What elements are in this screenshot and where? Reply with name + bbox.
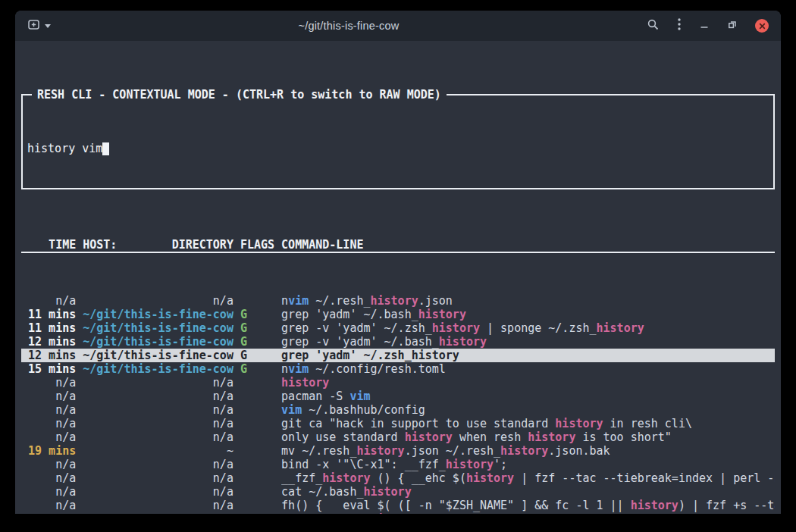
row-flags bbox=[240, 471, 274, 485]
search-match-history: history bbox=[631, 499, 678, 512]
row-directory: n/a bbox=[83, 430, 233, 444]
header-flags: FLAGS bbox=[240, 238, 274, 252]
history-row[interactable]: n/an/aonly use standard history when res… bbox=[21, 430, 775, 444]
row-directory: ~ bbox=[83, 444, 233, 458]
row-directory: n/a bbox=[83, 471, 233, 485]
close-button[interactable] bbox=[755, 19, 769, 33]
row-command: bind -x '"\C-x1": __fzf_history'; bbox=[281, 458, 775, 471]
search-match-history: history bbox=[466, 471, 514, 485]
restore-icon bbox=[727, 19, 738, 33]
row-time: n/a bbox=[21, 512, 76, 514]
history-row[interactable]: n/an/agit ca "hack in support to use sta… bbox=[21, 417, 775, 430]
history-row[interactable]: 11 mins~/git/this-is-fine-cowGgrep 'yadm… bbox=[21, 308, 775, 321]
terminal-tabs-dropdown-button[interactable] bbox=[45, 24, 51, 28]
row-directory: n/a bbox=[83, 417, 233, 430]
row-directory: n/a bbox=[83, 376, 233, 390]
row-command: __fzf_history () { __ehc $(history | fzf… bbox=[281, 471, 775, 485]
history-row[interactable]: n/an/atail ~/.resh_history.json -n 1 | j… bbox=[21, 512, 775, 514]
row-directory: n/a bbox=[83, 403, 233, 417]
minimize-button[interactable] bbox=[699, 19, 710, 33]
row-directory: n/a bbox=[83, 294, 233, 308]
row-directory: ~/git/this-is-fine-cow bbox=[83, 308, 233, 321]
row-flags: G bbox=[240, 349, 274, 362]
terminal-window: ~/git/this-is-fine-cow bbox=[15, 11, 781, 514]
history-row[interactable]: n/an/anvim ~/.resh_history.json bbox=[21, 294, 775, 308]
row-flags bbox=[240, 403, 274, 417]
row-time: n/a bbox=[21, 485, 76, 499]
search-input[interactable]: history vim bbox=[27, 142, 767, 155]
search-match-history: history bbox=[405, 430, 453, 444]
history-row[interactable]: n/an/abind -x '"\C-x1": __fzf_history'; bbox=[21, 458, 775, 471]
row-time: n/a bbox=[21, 430, 76, 444]
row-flags bbox=[240, 444, 274, 458]
history-row[interactable]: n/an/a__fzf_history () { __ehc $(history… bbox=[21, 471, 775, 485]
history-row[interactable]: n/an/afh() { eval $( ([ -n "$ZSH_NAME" ]… bbox=[21, 499, 775, 512]
terminal-screen: RESH CLI - CONTEXTUAL MODE - (CTRL+R to … bbox=[15, 41, 781, 514]
search-match-history: history bbox=[555, 417, 603, 430]
search-match-history: history bbox=[439, 335, 487, 349]
row-command: grep 'yadm' ~/.bash_history bbox=[281, 308, 775, 321]
kebab-menu-icon bbox=[677, 17, 682, 34]
row-flags bbox=[240, 430, 274, 444]
row-command: grep -v 'yadm' ~/.bash_history bbox=[281, 335, 775, 349]
search-match-vim: vim bbox=[281, 403, 302, 417]
search-query-text: history vim bbox=[27, 142, 102, 155]
minimize-icon bbox=[699, 19, 710, 33]
history-row[interactable]: 12 mins~/git/this-is-fine-cowGgrep 'yadm… bbox=[21, 349, 775, 362]
row-flags: G bbox=[240, 321, 274, 335]
row-command: cat ~/.bash_history bbox=[281, 485, 775, 499]
row-flags: G bbox=[240, 308, 274, 321]
search-match-vim: vim bbox=[349, 390, 370, 403]
history-row[interactable]: n/an/ahistory bbox=[21, 376, 775, 390]
window-titlebar[interactable]: ~/git/this-is-fine-cow bbox=[15, 11, 781, 41]
history-row[interactable]: n/an/avim ~/.bashhub/config bbox=[21, 403, 775, 417]
history-row[interactable]: 15 mins~/git/this-is-fine-cowGnvim ~/.co… bbox=[21, 362, 775, 376]
row-time: 11 mins bbox=[21, 321, 76, 335]
row-time: 11 mins bbox=[21, 308, 76, 321]
row-flags bbox=[240, 376, 274, 390]
row-time: n/a bbox=[21, 376, 76, 390]
history-row[interactable]: 11 mins~/git/this-is-fine-cowGgrep -v 'y… bbox=[21, 321, 775, 335]
search-match-history: history bbox=[371, 512, 418, 514]
search-match-history: history bbox=[371, 294, 418, 308]
history-rows: n/an/anvim ~/.resh_history.json11 mins~/… bbox=[21, 294, 775, 514]
row-time: 19 mins bbox=[21, 444, 76, 458]
search-match-history: history bbox=[500, 444, 548, 458]
search-match-history: history bbox=[322, 471, 370, 485]
row-directory: n/a bbox=[83, 499, 233, 512]
search-match-history: history bbox=[418, 308, 466, 321]
header-time: TIME bbox=[21, 238, 76, 252]
row-flags bbox=[240, 485, 274, 499]
row-flags bbox=[240, 458, 274, 471]
row-time: n/a bbox=[21, 471, 76, 485]
search-match-vim: vim bbox=[288, 294, 309, 308]
search-match-vim: vim bbox=[288, 362, 309, 376]
row-command: history bbox=[281, 376, 775, 390]
row-command: vim ~/.bashhub/config bbox=[281, 403, 775, 417]
row-directory: n/a bbox=[83, 390, 233, 403]
header-host-directory: HOST: DIRECTORY bbox=[83, 238, 233, 252]
row-time: n/a bbox=[21, 294, 76, 308]
row-flags bbox=[240, 417, 274, 430]
search-match-history: history bbox=[432, 321, 480, 335]
menu-button[interactable] bbox=[677, 17, 682, 34]
restore-button[interactable] bbox=[727, 19, 738, 33]
history-table-header: TIME HOST: DIRECTORY FLAGS COMMAND-LINE bbox=[21, 238, 775, 253]
text-cursor bbox=[102, 142, 109, 155]
header-host: HOST: bbox=[83, 238, 117, 252]
header-command-line: COMMAND-LINE bbox=[281, 238, 775, 252]
search-icon bbox=[647, 18, 660, 34]
row-flags bbox=[240, 390, 274, 403]
search-button[interactable] bbox=[647, 18, 660, 34]
row-time: 12 mins bbox=[21, 335, 76, 349]
history-row[interactable]: n/an/acat ~/.bash_history bbox=[21, 485, 775, 499]
row-flags: G bbox=[240, 362, 274, 376]
history-row[interactable]: n/an/apacman -S vim bbox=[21, 390, 775, 403]
search-match-history: history bbox=[363, 485, 411, 499]
new-terminal-button[interactable] bbox=[27, 18, 40, 34]
new-tab-icon bbox=[27, 18, 40, 34]
history-row[interactable]: 12 mins~/git/this-is-fine-cowGgrep -v 'y… bbox=[21, 335, 775, 349]
history-row[interactable]: 19 mins~mv ~/.resh_history.json ~/.resh_… bbox=[21, 444, 775, 458]
row-command: pacman -S vim bbox=[281, 390, 775, 403]
search-match-history: history bbox=[597, 321, 644, 335]
